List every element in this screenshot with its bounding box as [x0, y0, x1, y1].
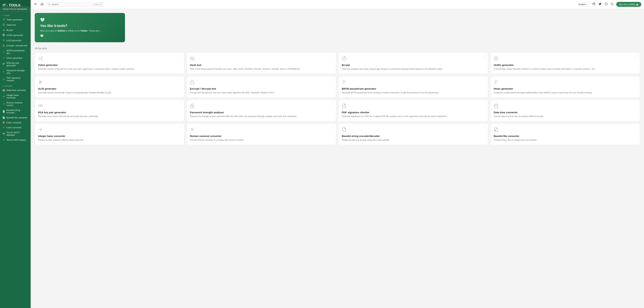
tools-grid: ♡ Token generator Generate random string… [35, 53, 640, 145]
sidebar-label: Password strength ana... [6, 69, 28, 74]
sidebar-label: ULID generator [6, 39, 22, 42]
favorite-icon-encrypt[interactable]: ♡ [331, 79, 334, 82]
twitter-icon [598, 3, 602, 6]
tool-card-integer-base[interactable]: ♡ 1 0 Integer base converter Convert num… [35, 124, 184, 145]
language-label: English [578, 3, 586, 6]
favorite-icon-b64str[interactable]: ♡ [483, 126, 486, 129]
favorite-icon-datetime[interactable]: ♡ [635, 102, 637, 106]
tool-card-uuids[interactable]: ♡ UUIDs generator A Universally Unique I… [490, 53, 640, 74]
tool-card-base64-string[interactable]: ♡ 01 Base64 string encoder/decoder Simpl… [338, 124, 488, 145]
sidebar-item-rsa[interactable]: RSA key pair generator [0, 61, 31, 68]
sidebar-item-hmac[interactable]: ≡ Hmac generator [0, 56, 31, 61]
tool-title: PDF signature checker [342, 111, 485, 114]
sidebar-item-ulid[interactable]: ULID generator [0, 38, 31, 43]
sidebar-label: Base64 string encoder... [6, 109, 28, 114]
favorite-icon-ulid[interactable]: ♡ [179, 79, 182, 82]
tool-card-bcrypt[interactable]: ♡ Bcrypt Hash and compare text string us… [338, 53, 488, 74]
github-button[interactable] [592, 2, 596, 7]
favorite-icon-bcrypt[interactable]: ♡ [483, 55, 486, 58]
tool-card-hash-text[interactable]: ♡ Hash text Hash a text string using the… [187, 53, 336, 74]
tool-desc: Verify the signatures of a PDF file. A s… [342, 115, 485, 118]
svg-rect-2 [3, 34, 4, 35]
sidebar-item-date-time[interactable]: 📅 Date-time converter [0, 88, 31, 93]
tool-card-hmac[interactable]: ♡ Hmac generator Computes a hash-based m… [490, 76, 640, 97]
tool-card-token-generator[interactable]: ♡ Token generator Generate random string… [35, 53, 184, 74]
sidebar-item-base64-file[interactable]: 📄 Base64 file converter [0, 115, 31, 120]
sidebar-item-bcrypt[interactable]: ⊕ Bcrypt [0, 28, 31, 33]
buy-coffee-label: Buy me a coffee [619, 3, 635, 6]
tool-card-rsa[interactable]: ♡ RSA key pair generator Generate new ra… [35, 100, 184, 121]
tool-card-encrypt[interactable]: ♡ Encrypt / decrypt text Encrypt and dec… [187, 76, 336, 97]
favorite-icon-hash[interactable]: ♡ [331, 55, 334, 58]
timer-button[interactable] [604, 2, 608, 7]
content-area: 🤍 You like it-tools? Give us a star on G… [31, 9, 644, 308]
tool-icon-hmac [494, 80, 637, 86]
sidebar-item-nato[interactable]: 📢 Text to NATO alphabet [0, 130, 31, 137]
tool-card-roman[interactable]: ♡ Roman numeral converter Convert Roman … [187, 124, 336, 145]
favorite-icon-bip39[interactable]: ♡ [483, 79, 486, 82]
sidebar-item-base64-string[interactable]: 📄 Base64 string encoder... [0, 108, 31, 115]
svg-rect-38 [190, 105, 194, 108]
tool-card-base64-file[interactable]: ♡ Base64 file converter Convert string, … [490, 124, 640, 145]
tool-card-datetime[interactable]: ♡ Date-time converter Convert date and t… [490, 100, 640, 121]
favorite-icon-pdf[interactable]: ♡ [483, 102, 486, 106]
sidebar-item-hash-text[interactable]: Hash text [0, 22, 31, 28]
favorite-icon-password[interactable]: ♡ [331, 102, 334, 106]
sidebar-item-integer-base[interactable]: ⇄ Integer base converter [0, 93, 31, 100]
tool-icon-datetime [494, 103, 637, 109]
tool-title: Date-time converter [494, 111, 637, 114]
tool-icon-uuids [494, 56, 637, 62]
sidebar-item-bip39[interactable]: ≡ BIP39 passphrase gen... [0, 48, 31, 56]
search-bar[interactable]: Cmd + K [46, 2, 104, 7]
tool-card-password[interactable]: ♡ Password strength analyser Discover th… [187, 100, 336, 121]
password-icon: ≡ [2, 71, 5, 73]
tool-desc: Hash and compare text string using bcryp… [342, 68, 485, 71]
sidebar-item-token-generator[interactable]: Token generator [0, 17, 31, 22]
tool-icon-b64file [494, 127, 637, 133]
favorite-icon-roman[interactable]: ♡ [331, 126, 334, 129]
favorite-icon-uuids[interactable]: ♡ [635, 55, 637, 58]
sidebar-item-case[interactable]: ≡ Case converter [0, 125, 31, 130]
svg-rect-14 [3, 64, 4, 65]
tool-title: Roman numeral converter [190, 135, 333, 137]
case-icon: ≡ [2, 126, 5, 129]
twitter-button[interactable] [598, 2, 602, 7]
svg-point-39 [192, 106, 193, 107]
sidebar-label: Encrypt / decrypt text [6, 44, 27, 47]
github-link[interactable]: GitHub [58, 30, 65, 32]
buy-coffee-button[interactable]: Buy me a coffee ☕ [616, 2, 641, 7]
tool-card-pdf[interactable]: ♡ PDF signature checker Verify the signa… [338, 100, 488, 121]
search-input[interactable] [52, 3, 92, 6]
sidebar-item-roman-numeral[interactable]: ✕ Roman numeral conver... [0, 100, 31, 108]
favorite-icon-intbase[interactable]: ♡ [179, 126, 182, 129]
sidebar-item-ascii[interactable]: ≡ Text to ASCII binary [0, 137, 31, 142]
tool-desc: Generate random Universally Unique Lexic… [38, 91, 181, 94]
home-button[interactable] [40, 2, 44, 7]
topbar: Cmd + K English [31, 0, 644, 9]
favorite-icon-b64file[interactable]: ♡ [635, 126, 637, 129]
tool-icon-pdf [342, 103, 485, 109]
tool-card-bip39[interactable]: ♡ BIP39 passphrase generator Generate BI… [338, 76, 488, 97]
sidebar-item-color[interactable]: 🎨 Color converter [0, 120, 31, 125]
language-selector[interactable]: English [577, 2, 590, 7]
sidebar-section-converter[interactable]: Converter [0, 83, 31, 88]
svg-line-1 [3, 24, 4, 25]
favorite-icon-hmac[interactable]: ♡ [635, 79, 637, 82]
tool-card-ulid[interactable]: ♡ ULID generator Generate random Univers… [35, 76, 184, 97]
sidebar-label: BIP39 passphrase gen... [6, 49, 28, 54]
base64-str-icon: 📄 [2, 110, 5, 113]
tool-desc: Generate new random RSA private and publ… [38, 115, 181, 118]
sidebar-item-password-strength[interactable]: ≡ Password strength ana... [0, 68, 31, 76]
menu-button[interactable] [33, 2, 38, 7]
timer-icon [605, 3, 608, 6]
sidebar-item-encrypt[interactable]: 🔒 Encrypt / decrypt text [0, 43, 31, 48]
favorite-icon-token[interactable]: ♡ [179, 55, 182, 58]
tool-title: Hash text [190, 64, 333, 67]
sidebar-item-uuids[interactable]: UUIDs generator [0, 33, 31, 38]
tool-title: Token generator [38, 64, 181, 67]
sidebar-section-crypto[interactable]: Crypto [0, 12, 31, 17]
twitter-link[interactable]: Twitter [80, 30, 88, 32]
sidebar-item-pdf-signature[interactable]: ≡ PDF signature checker [0, 76, 31, 83]
favorite-icon-rsa[interactable]: ♡ [179, 102, 182, 106]
dark-mode-button[interactable] [610, 2, 614, 7]
